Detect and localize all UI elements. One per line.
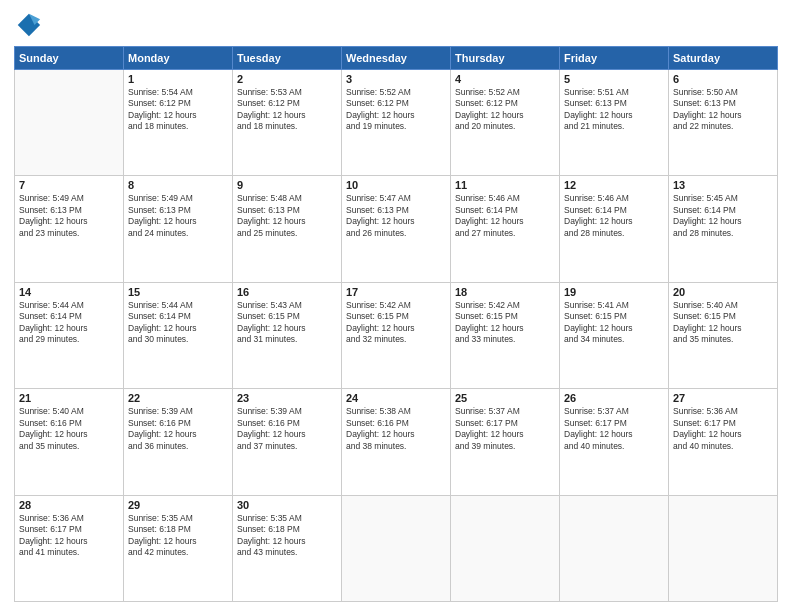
day-number: 6: [673, 73, 773, 85]
day-header-friday: Friday: [560, 47, 669, 70]
calendar-cell: 11Sunrise: 5:46 AM Sunset: 6:14 PM Dayli…: [451, 176, 560, 282]
day-info: Sunrise: 5:46 AM Sunset: 6:14 PM Dayligh…: [564, 193, 664, 239]
day-number: 9: [237, 179, 337, 191]
day-header-thursday: Thursday: [451, 47, 560, 70]
calendar-cell: [669, 495, 778, 601]
calendar-cell: [560, 495, 669, 601]
day-header-wednesday: Wednesday: [342, 47, 451, 70]
day-number: 21: [19, 392, 119, 404]
calendar-cell: 24Sunrise: 5:38 AM Sunset: 6:16 PM Dayli…: [342, 389, 451, 495]
day-info: Sunrise: 5:35 AM Sunset: 6:18 PM Dayligh…: [237, 513, 337, 559]
day-number: 16: [237, 286, 337, 298]
day-number: 28: [19, 499, 119, 511]
day-number: 12: [564, 179, 664, 191]
calendar-cell: 15Sunrise: 5:44 AM Sunset: 6:14 PM Dayli…: [124, 282, 233, 388]
day-number: 2: [237, 73, 337, 85]
calendar-cell: 28Sunrise: 5:36 AM Sunset: 6:17 PM Dayli…: [15, 495, 124, 601]
day-info: Sunrise: 5:49 AM Sunset: 6:13 PM Dayligh…: [128, 193, 228, 239]
day-number: 27: [673, 392, 773, 404]
calendar-week-row: 14Sunrise: 5:44 AM Sunset: 6:14 PM Dayli…: [15, 282, 778, 388]
day-header-saturday: Saturday: [669, 47, 778, 70]
day-number: 13: [673, 179, 773, 191]
logo-icon: [14, 10, 42, 38]
calendar-cell: 10Sunrise: 5:47 AM Sunset: 6:13 PM Dayli…: [342, 176, 451, 282]
calendar-cell: 2Sunrise: 5:53 AM Sunset: 6:12 PM Daylig…: [233, 70, 342, 176]
day-info: Sunrise: 5:42 AM Sunset: 6:15 PM Dayligh…: [346, 300, 446, 346]
calendar-cell: 12Sunrise: 5:46 AM Sunset: 6:14 PM Dayli…: [560, 176, 669, 282]
day-number: 5: [564, 73, 664, 85]
day-info: Sunrise: 5:37 AM Sunset: 6:17 PM Dayligh…: [455, 406, 555, 452]
day-info: Sunrise: 5:39 AM Sunset: 6:16 PM Dayligh…: [128, 406, 228, 452]
day-number: 23: [237, 392, 337, 404]
logo: [14, 10, 46, 38]
day-number: 18: [455, 286, 555, 298]
day-header-sunday: Sunday: [15, 47, 124, 70]
day-number: 1: [128, 73, 228, 85]
day-number: 3: [346, 73, 446, 85]
calendar-week-row: 1Sunrise: 5:54 AM Sunset: 6:12 PM Daylig…: [15, 70, 778, 176]
day-info: Sunrise: 5:37 AM Sunset: 6:17 PM Dayligh…: [564, 406, 664, 452]
calendar-cell: 9Sunrise: 5:48 AM Sunset: 6:13 PM Daylig…: [233, 176, 342, 282]
day-info: Sunrise: 5:52 AM Sunset: 6:12 PM Dayligh…: [455, 87, 555, 133]
calendar-cell: 26Sunrise: 5:37 AM Sunset: 6:17 PM Dayli…: [560, 389, 669, 495]
calendar-cell: [451, 495, 560, 601]
day-info: Sunrise: 5:48 AM Sunset: 6:13 PM Dayligh…: [237, 193, 337, 239]
calendar-cell: 4Sunrise: 5:52 AM Sunset: 6:12 PM Daylig…: [451, 70, 560, 176]
day-number: 29: [128, 499, 228, 511]
day-number: 20: [673, 286, 773, 298]
page: SundayMondayTuesdayWednesdayThursdayFrid…: [0, 0, 792, 612]
calendar-cell: 27Sunrise: 5:36 AM Sunset: 6:17 PM Dayli…: [669, 389, 778, 495]
calendar-cell: 5Sunrise: 5:51 AM Sunset: 6:13 PM Daylig…: [560, 70, 669, 176]
calendar-cell: 1Sunrise: 5:54 AM Sunset: 6:12 PM Daylig…: [124, 70, 233, 176]
day-info: Sunrise: 5:40 AM Sunset: 6:15 PM Dayligh…: [673, 300, 773, 346]
calendar-cell: 29Sunrise: 5:35 AM Sunset: 6:18 PM Dayli…: [124, 495, 233, 601]
calendar-week-row: 7Sunrise: 5:49 AM Sunset: 6:13 PM Daylig…: [15, 176, 778, 282]
day-info: Sunrise: 5:44 AM Sunset: 6:14 PM Dayligh…: [19, 300, 119, 346]
day-info: Sunrise: 5:46 AM Sunset: 6:14 PM Dayligh…: [455, 193, 555, 239]
day-info: Sunrise: 5:44 AM Sunset: 6:14 PM Dayligh…: [128, 300, 228, 346]
calendar-cell: 8Sunrise: 5:49 AM Sunset: 6:13 PM Daylig…: [124, 176, 233, 282]
day-info: Sunrise: 5:50 AM Sunset: 6:13 PM Dayligh…: [673, 87, 773, 133]
day-header-monday: Monday: [124, 47, 233, 70]
day-number: 10: [346, 179, 446, 191]
day-info: Sunrise: 5:42 AM Sunset: 6:15 PM Dayligh…: [455, 300, 555, 346]
day-number: 15: [128, 286, 228, 298]
day-number: 17: [346, 286, 446, 298]
calendar-header-row: SundayMondayTuesdayWednesdayThursdayFrid…: [15, 47, 778, 70]
day-info: Sunrise: 5:43 AM Sunset: 6:15 PM Dayligh…: [237, 300, 337, 346]
calendar-cell: 23Sunrise: 5:39 AM Sunset: 6:16 PM Dayli…: [233, 389, 342, 495]
day-number: 25: [455, 392, 555, 404]
day-info: Sunrise: 5:45 AM Sunset: 6:14 PM Dayligh…: [673, 193, 773, 239]
day-number: 14: [19, 286, 119, 298]
day-info: Sunrise: 5:40 AM Sunset: 6:16 PM Dayligh…: [19, 406, 119, 452]
day-info: Sunrise: 5:41 AM Sunset: 6:15 PM Dayligh…: [564, 300, 664, 346]
day-number: 8: [128, 179, 228, 191]
day-info: Sunrise: 5:36 AM Sunset: 6:17 PM Dayligh…: [19, 513, 119, 559]
svg-marker-0: [18, 14, 40, 36]
day-number: 26: [564, 392, 664, 404]
calendar-cell: 13Sunrise: 5:45 AM Sunset: 6:14 PM Dayli…: [669, 176, 778, 282]
day-number: 19: [564, 286, 664, 298]
calendar-cell: [342, 495, 451, 601]
day-info: Sunrise: 5:49 AM Sunset: 6:13 PM Dayligh…: [19, 193, 119, 239]
calendar-cell: 14Sunrise: 5:44 AM Sunset: 6:14 PM Dayli…: [15, 282, 124, 388]
calendar-cell: 25Sunrise: 5:37 AM Sunset: 6:17 PM Dayli…: [451, 389, 560, 495]
day-info: Sunrise: 5:39 AM Sunset: 6:16 PM Dayligh…: [237, 406, 337, 452]
day-number: 11: [455, 179, 555, 191]
day-number: 30: [237, 499, 337, 511]
day-info: Sunrise: 5:53 AM Sunset: 6:12 PM Dayligh…: [237, 87, 337, 133]
day-info: Sunrise: 5:35 AM Sunset: 6:18 PM Dayligh…: [128, 513, 228, 559]
day-info: Sunrise: 5:47 AM Sunset: 6:13 PM Dayligh…: [346, 193, 446, 239]
calendar-cell: 17Sunrise: 5:42 AM Sunset: 6:15 PM Dayli…: [342, 282, 451, 388]
calendar-cell: 19Sunrise: 5:41 AM Sunset: 6:15 PM Dayli…: [560, 282, 669, 388]
day-number: 24: [346, 392, 446, 404]
calendar-cell: 20Sunrise: 5:40 AM Sunset: 6:15 PM Dayli…: [669, 282, 778, 388]
day-number: 22: [128, 392, 228, 404]
day-number: 7: [19, 179, 119, 191]
day-number: 4: [455, 73, 555, 85]
day-info: Sunrise: 5:51 AM Sunset: 6:13 PM Dayligh…: [564, 87, 664, 133]
day-info: Sunrise: 5:54 AM Sunset: 6:12 PM Dayligh…: [128, 87, 228, 133]
calendar-cell: 18Sunrise: 5:42 AM Sunset: 6:15 PM Dayli…: [451, 282, 560, 388]
header: [14, 10, 778, 38]
day-info: Sunrise: 5:38 AM Sunset: 6:16 PM Dayligh…: [346, 406, 446, 452]
